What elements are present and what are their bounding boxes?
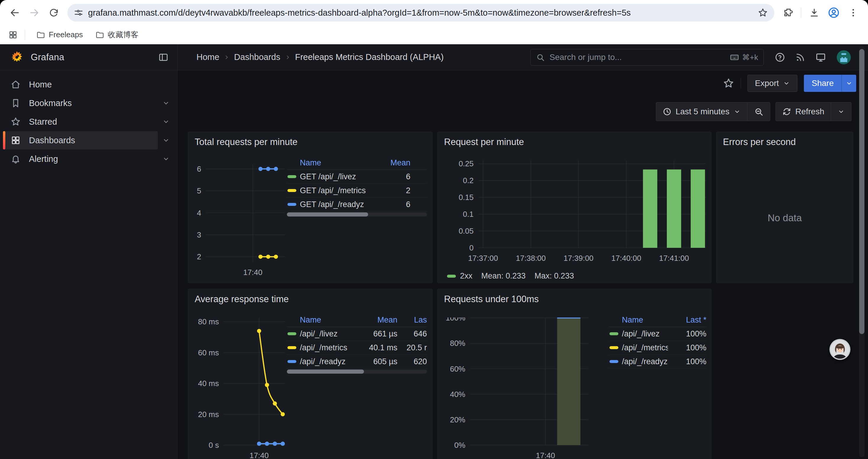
site-info-icon[interactable]	[74, 8, 83, 18]
expand-chevron-icon[interactable]	[158, 155, 174, 163]
expand-chevron-icon[interactable]	[158, 99, 174, 107]
scrollbar-thumb[interactable]	[859, 49, 864, 334]
legend-column-header[interactable]: Last *	[668, 316, 706, 325]
sidebar-item-bookmarks[interactable]: Bookmarks	[3, 94, 158, 112]
legend-value: 100%	[668, 357, 706, 366]
legend-row: /api/_/readyz100%	[609, 355, 706, 369]
grafana-app: Grafana HomeDashboardsFreeleaps Metrics …	[0, 44, 868, 459]
bookmark-folder-freeleaps[interactable]: Freeleaps	[32, 28, 87, 41]
legend-series-name[interactable]: /api/_/livez	[622, 329, 668, 338]
series-GET /api/_/readyz	[258, 167, 278, 171]
assistant-avatar-image	[829, 338, 851, 360]
timeseries-chart[interactable]: 2345617:40	[194, 160, 287, 277]
expand-chevron-icon[interactable]	[158, 118, 174, 126]
sidebar-row: Dashboards	[3, 131, 174, 150]
legend-series-name[interactable]: 2xx	[460, 271, 472, 281]
legend-series-name[interactable]: /api/_/metrics	[300, 343, 354, 352]
sidebar-item-alerting[interactable]: Alerting	[3, 150, 158, 168]
kiosk-monitor-icon[interactable]	[815, 52, 826, 63]
legend-series-name[interactable]: GET /api/_/metrics	[300, 186, 375, 195]
panel-average-response-time[interactable]: Average response time 0 s20 ms40 ms60 ms…	[188, 289, 433, 459]
extensions-icon[interactable]	[780, 4, 796, 21]
timeseries-chart[interactable]: 0 s20 ms40 ms60 ms80 ms17:40	[194, 318, 287, 459]
reload-icon[interactable]	[45, 4, 62, 21]
panel-title[interactable]: Errors per second	[723, 137, 796, 147]
scrollbar-track[interactable]	[859, 46, 864, 457]
favorite-star-icon[interactable]	[723, 78, 734, 89]
assistant-avatar[interactable]	[829, 338, 851, 360]
refresh-icon	[782, 107, 791, 116]
help-icon[interactable]	[775, 52, 785, 63]
legend-column-header[interactable]: Mean	[354, 316, 397, 325]
expand-chevron-icon[interactable]	[158, 136, 174, 144]
app-header: HomeDashboardsFreeleaps Metrics Dashboar…	[178, 44, 868, 70]
panel-title[interactable]: Requests under 100ms	[444, 294, 539, 304]
dock-menu-icon[interactable]	[158, 52, 168, 62]
refresh-picker: Refresh	[776, 102, 851, 121]
sidebar-row: Bookmarks	[3, 94, 174, 112]
share-menu-button[interactable]	[841, 75, 856, 92]
bookmarks-divider	[25, 30, 25, 40]
refresh-button[interactable]: Refresh	[776, 102, 831, 121]
toolbar-divider	[801, 7, 801, 18]
apps-grid-icon[interactable]	[8, 30, 18, 40]
browser-toolbar: grafana.mathmast.com/d/deytv4rwavabkb/fr…	[0, 0, 868, 25]
legend-column-header[interactable]: Name	[622, 316, 668, 325]
sidebar-item-starred[interactable]: Starred	[3, 112, 158, 131]
chevron-down-icon	[783, 80, 790, 87]
sidebar-item-home[interactable]: Home	[3, 75, 174, 94]
legend-table: NameMeanLas/api/_/livez661 µs646/api/_/m…	[287, 314, 427, 369]
series-color-pill	[610, 332, 618, 335]
svg-text:0.05: 0.05	[459, 227, 473, 235]
panel-title[interactable]: Request per minute	[444, 137, 524, 147]
url-text[interactable]: grafana.mathmast.com/d/deytv4rwavabkb/fr…	[88, 8, 753, 18]
panel-title[interactable]: Average response time	[195, 294, 289, 304]
panel-total-requests-per-minute[interactable]: Total requests per minute 2345617:40 Nam…	[188, 132, 433, 283]
refresh-interval-button[interactable]	[831, 102, 851, 121]
legend-column-header[interactable]: Las	[397, 316, 427, 325]
panel-errors-per-second[interactable]: Errors per second No data	[716, 132, 853, 283]
svg-text:0: 0	[469, 243, 473, 252]
sidebar-item-dashboards[interactable]: Dashboards	[3, 131, 158, 150]
breadcrumb-item[interactable]: Home	[196, 52, 219, 62]
panel-title[interactable]: Total requests per minute	[195, 137, 298, 147]
legend-value: 620	[397, 357, 427, 366]
legend-series-name[interactable]: /api/_/readyz	[622, 357, 668, 366]
legend-row: /api/_/metrics40.1 ms20.5 r	[287, 341, 427, 355]
bookmark-star-icon[interactable]	[758, 8, 768, 18]
browser-menu-icon[interactable]	[845, 4, 862, 21]
bar-chart[interactable]: 00.050.10.150.20.2517:37:0017:38:0017:39…	[443, 160, 708, 277]
svg-text:80%: 80%	[450, 339, 465, 348]
breadcrumb-item[interactable]: Dashboards	[234, 52, 280, 62]
user-avatar[interactable]	[836, 50, 851, 65]
grafana-logo[interactable]	[10, 51, 24, 64]
svg-text:40%: 40%	[450, 390, 465, 399]
bookmark-folder-blogs[interactable]: 收藏博客	[91, 28, 143, 42]
legend-scrollbar[interactable]	[287, 369, 427, 374]
panel-request-per-minute[interactable]: Request per minute 00.050.10.150.20.2517…	[437, 132, 711, 283]
share-button[interactable]: Share	[804, 75, 841, 92]
series-color-pill	[287, 189, 296, 192]
panel-requests-under-100ms[interactable]: Requests under 100ms 0%20%40%60%80%100%1…	[437, 289, 711, 459]
forward-icon[interactable]	[26, 4, 42, 21]
legend-column-header[interactable]: Name	[300, 316, 354, 325]
sidebar-item-label: Home	[29, 80, 52, 90]
profile-icon[interactable]	[826, 4, 842, 21]
address-bar[interactable]: grafana.mathmast.com/d/deytv4rwavabkb/fr…	[67, 4, 774, 22]
legend-series-name[interactable]: /api/_/metrics	[622, 343, 668, 352]
legend-scrollbar[interactable]	[287, 212, 427, 217]
zoom-out-button[interactable]	[747, 102, 770, 121]
legend-series-name[interactable]: GET /api/_/readyz	[300, 200, 375, 209]
legend-column-header[interactable]: Mean	[375, 158, 410, 167]
download-icon[interactable]	[806, 4, 823, 21]
time-range-button[interactable]: Last 5 minutes	[656, 102, 747, 121]
news-rss-icon[interactable]	[795, 52, 805, 62]
export-button[interactable]: Export	[747, 75, 797, 92]
legend-series-name[interactable]: /api/_/readyz	[300, 357, 354, 366]
legend-series-name[interactable]: /api/_/livez	[300, 329, 354, 338]
legend-series-name[interactable]: GET /api/_/livez	[300, 172, 375, 182]
back-icon[interactable]	[6, 4, 23, 21]
legend-column-header[interactable]: Name	[300, 158, 375, 167]
search-input[interactable]: Search or jump to... ⌘+k	[530, 49, 764, 66]
bar-chart[interactable]: 0%20%40%60%80%100%17:40	[443, 318, 591, 459]
